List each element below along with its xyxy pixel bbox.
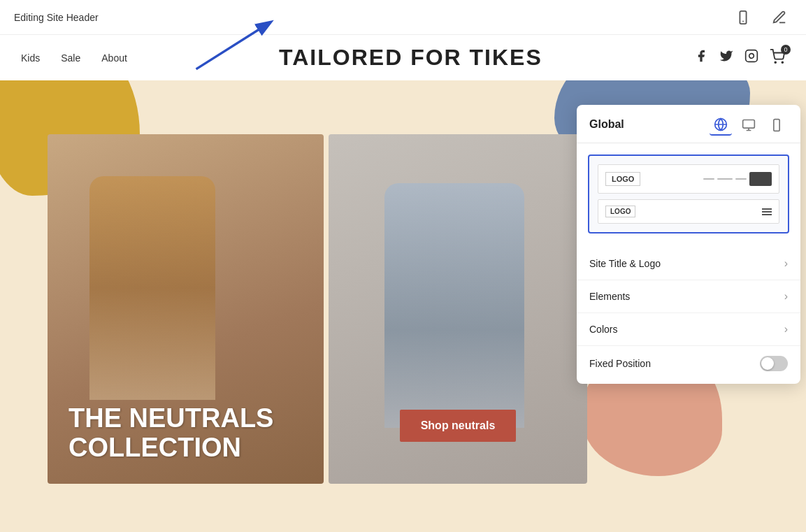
facebook-icon[interactable] [694,49,708,66]
elements-label: Elements [589,291,630,302]
shop-neutrals-button[interactable]: Shop neutrals [400,410,517,442]
mobile-view-button[interactable] [765,115,788,136]
edit-button[interactable] [767,5,792,30]
svg-point-5 [782,62,783,63]
social-icons: 0 [694,49,785,67]
site-title: TAILORED FOR TIKES [279,45,542,71]
colors-item[interactable]: Colors › [577,313,800,346]
fixed-position-toggle-wrap [760,356,788,371]
global-view-button[interactable] [710,115,732,136]
hero-line2: COLLECTION [69,433,273,463]
preview-nav-lines [703,172,772,186]
nav-about[interactable]: About [101,52,127,64]
desktop-view-button[interactable] [737,115,760,136]
nav-line-2 [717,178,733,180]
hamburger-line-3 [762,214,772,215]
hero-left-image: THE NEUTRALS COLLECTION [48,134,324,484]
mobile-preview-button[interactable] [731,5,756,30]
nav-kids[interactable]: Kids [21,52,40,64]
panel-header: Global [577,105,800,143]
elements-item[interactable]: Elements › [577,280,800,313]
site-header: Kids Sale About TAILORED FOR TIKES 0 [0,35,806,80]
hamburger-line-2 [762,211,772,213]
top-bar: Editing Site Header [0,0,806,35]
colors-chevron-icon: › [784,323,788,336]
panel-view-icons [710,115,788,143]
preview-mobile: LOGO [598,199,779,224]
panel-title: Global [589,118,624,139]
fixed-position-label: Fixed Position [589,358,651,369]
toggle-knob [761,357,774,370]
panel-menu: Site Title & Logo › Elements › Colors › … [577,245,800,384]
hamburger-line-1 [762,208,772,210]
nav-sale[interactable]: Sale [61,52,80,64]
svg-rect-2 [746,50,758,62]
nav-line-1 [703,178,714,180]
site-title-logo-item[interactable]: Site Title & Logo › [577,247,800,280]
site-title-logo-label: Site Title & Logo [589,258,661,269]
hero-right-inner: Shop neutrals [329,134,587,484]
svg-rect-9 [743,120,755,129]
preview-desktop: LOGO [598,164,779,194]
preview-logo-mobile: LOGO [605,206,635,217]
svg-point-4 [775,62,776,63]
cart-badge: 0 [781,45,791,55]
hero-line1: THE NEUTRALS [69,404,273,433]
fixed-position-toggle[interactable] [760,356,788,371]
top-bar-left: Editing Site Header [14,12,99,23]
editing-label: Editing Site Header [14,12,99,23]
nav-links: Kids Sale About [21,52,127,64]
right-panel: Global [577,105,800,384]
hero-right-image: Shop neutrals [329,134,587,484]
twitter-icon[interactable] [719,49,733,66]
fixed-position-item[interactable]: Fixed Position [577,346,800,381]
preview-logo-row: LOGO [605,172,772,186]
instagram-icon[interactable] [744,49,758,66]
hamburger-icon [762,208,772,215]
site-title-chevron-icon: › [784,257,788,270]
cart-icon[interactable]: 0 [770,49,785,67]
preview-box: LOGO LOGO [588,154,789,233]
preview-logo-desktop: LOGO [605,172,640,186]
hero-text-block: THE NEUTRALS COLLECTION [69,404,273,463]
nav-line-3 [735,178,747,180]
hero-left-child: THE NEUTRALS COLLECTION [48,134,324,484]
preview-dark-box [749,172,772,186]
elements-chevron-icon: › [784,290,788,303]
colors-label: Colors [589,324,617,335]
top-bar-right [731,5,792,30]
